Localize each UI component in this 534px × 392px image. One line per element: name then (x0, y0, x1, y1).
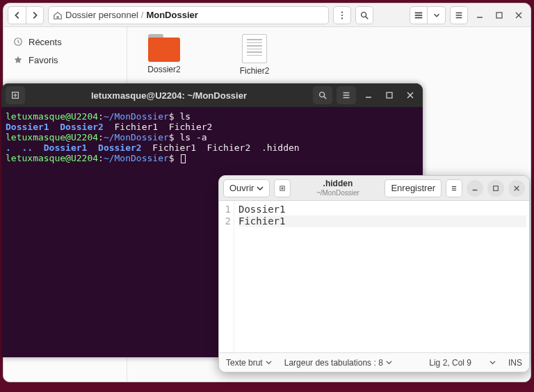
file-label: Fichier2 (240, 66, 270, 76)
search-button[interactable] (355, 6, 373, 24)
svg-point-10 (320, 92, 325, 97)
editor-statusbar: Texte brut Largeur des tabulations : 8 L… (219, 352, 529, 372)
terminal-cursor (181, 154, 186, 163)
editor-title: .hidden ~/MonDossier (295, 179, 380, 196)
sidebar-label: Récents (29, 37, 62, 47)
svg-rect-6 (415, 17, 423, 18)
file-label: Dossier2 (147, 65, 180, 74)
editor-close-button[interactable] (508, 180, 525, 197)
sidebar-favorites[interactable]: Favoris (3, 51, 127, 69)
editor-text-area[interactable]: Dossier1 Fichier1 (234, 201, 529, 352)
terminal-menu-button[interactable] (337, 86, 356, 104)
forward-button[interactable] (26, 6, 44, 24)
terminal-search-button[interactable] (313, 86, 332, 104)
nav-buttons (8, 6, 44, 24)
files-headerbar: Dossier personnel / MonDossier (3, 3, 531, 27)
breadcrumb-separator: / (141, 10, 144, 20)
editor-minimize-button[interactable] (467, 180, 483, 197)
syntax-dropdown[interactable]: Texte brut (226, 358, 272, 368)
terminal-minimize-button[interactable] (360, 86, 377, 104)
save-button[interactable]: Enregistrer (385, 179, 442, 197)
new-tab-button[interactable] (274, 179, 291, 197)
clock-icon (13, 37, 23, 47)
cursor-position[interactable]: Lig 2, Col 9 (429, 358, 496, 368)
chevron-down-icon (257, 185, 264, 192)
hamburger-menu-button[interactable] (450, 6, 468, 24)
minimize-button[interactable] (472, 8, 487, 23)
svg-rect-5 (415, 15, 423, 16)
chevron-down-icon (386, 359, 392, 366)
location-menu-button[interactable] (333, 6, 351, 24)
terminal-title: letuxmasque@U2204: ~/MonDossier (29, 90, 309, 101)
terminal-headerbar: letuxmasque@U2204: ~/MonDossier (1, 83, 423, 107)
breadcrumb-home: Dossier personnel (65, 10, 138, 20)
svg-point-3 (362, 12, 366, 17)
open-button[interactable]: Ouvrir (223, 179, 270, 197)
line-number-gutter: 1 2 (219, 201, 234, 352)
svg-rect-7 (496, 13, 502, 18)
file-item[interactable]: Fichier2 (230, 34, 279, 76)
editor-subtitle: ~/MonDossier (295, 189, 380, 197)
sidebar-label: Favoris (29, 55, 58, 65)
maximize-button[interactable] (492, 8, 507, 23)
icon-view-button[interactable] (410, 6, 428, 24)
chevron-down-icon (266, 359, 272, 366)
back-button[interactable] (8, 6, 26, 24)
view-dropdown-button[interactable] (428, 6, 446, 24)
terminal-close-button[interactable] (402, 86, 419, 104)
svg-rect-13 (494, 186, 499, 190)
editor-line: Dossier1 (238, 204, 526, 215)
svg-rect-4 (415, 12, 423, 13)
terminal-maximize-button[interactable] (381, 86, 398, 104)
home-icon (53, 10, 63, 20)
breadcrumb-current: MonDossier (146, 10, 197, 20)
text-editor-window: Ouvrir .hidden ~/MonDossier Enregistrer … (218, 175, 530, 373)
svg-point-1 (341, 14, 343, 15)
svg-point-2 (341, 17, 343, 19)
editor-headerbar: Ouvrir .hidden ~/MonDossier Enregistrer (219, 176, 529, 201)
terminal-body[interactable]: letuxmasque@U2204:~/MonDossier$ ls Dossi… (1, 107, 423, 168)
editor-filename: .hidden (295, 179, 380, 188)
editor-menu-button[interactable] (446, 179, 462, 197)
view-buttons (410, 6, 446, 24)
chevron-down-icon (490, 359, 496, 366)
editor-body: 1 2 Dossier1 Fichier1 (219, 201, 529, 352)
close-button[interactable] (511, 8, 526, 23)
editor-maximize-button[interactable] (487, 180, 504, 197)
svg-point-0 (341, 11, 343, 13)
text-file-icon (242, 34, 267, 63)
editor-line: Fichier1 (238, 215, 526, 227)
folder-item[interactable]: Dossier2 (140, 34, 188, 74)
sidebar-recents[interactable]: Récents (3, 33, 127, 51)
new-tab-button[interactable] (6, 86, 25, 104)
star-icon (13, 55, 23, 65)
breadcrumb[interactable]: Dossier personnel / MonDossier (48, 6, 329, 24)
folder-icon (148, 34, 180, 62)
tabwidth-dropdown[interactable]: Largeur des tabulations : 8 (284, 358, 392, 368)
svg-rect-11 (387, 92, 392, 98)
insert-mode[interactable]: INS (508, 358, 522, 368)
